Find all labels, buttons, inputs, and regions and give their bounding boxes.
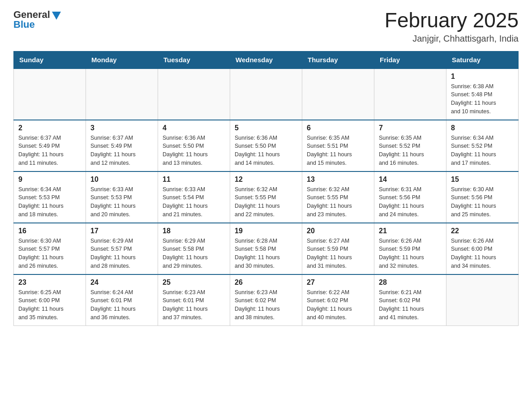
day-info: Sunrise: 6:38 AM Sunset: 5:48 PM Dayligh…	[451, 82, 514, 116]
calendar-cell	[86, 68, 158, 120]
calendar-cell	[230, 68, 302, 120]
day-number: 10	[90, 176, 153, 184]
calendar-cell	[446, 274, 519, 326]
day-info: Sunrise: 6:36 AM Sunset: 5:50 PM Dayligh…	[163, 134, 225, 167]
calendar-cell: 13Sunrise: 6:32 AM Sunset: 5:55 PM Dayli…	[302, 171, 374, 223]
calendar-cell: 12Sunrise: 6:32 AM Sunset: 5:55 PM Dayli…	[230, 171, 302, 223]
day-number: 26	[235, 278, 297, 287]
day-info: Sunrise: 6:32 AM Sunset: 5:55 PM Dayligh…	[307, 185, 369, 219]
day-number: 4	[163, 124, 225, 132]
calendar-week-row: 9Sunrise: 6:34 AM Sunset: 5:53 PM Daylig…	[14, 171, 519, 223]
day-number: 9	[18, 176, 81, 184]
logo: General Blue	[13, 9, 61, 30]
calendar-cell: 15Sunrise: 6:30 AM Sunset: 5:56 PM Dayli…	[446, 171, 519, 223]
day-number: 15	[451, 176, 514, 184]
day-number: 28	[379, 278, 442, 287]
calendar-cell: 1Sunrise: 6:38 AM Sunset: 5:48 PM Daylig…	[446, 68, 519, 120]
day-info: Sunrise: 6:29 AM Sunset: 5:57 PM Dayligh…	[90, 237, 153, 270]
calendar-table: SundayMondayTuesdayWednesdayThursdayFrid…	[13, 51, 519, 326]
calendar-subtitle: Janjgir, Chhattisgarh, India	[385, 34, 519, 44]
day-number: 20	[307, 227, 369, 235]
day-number: 25	[163, 278, 225, 287]
day-info: Sunrise: 6:36 AM Sunset: 5:50 PM Dayligh…	[235, 134, 297, 167]
calendar-cell: 6Sunrise: 6:35 AM Sunset: 5:51 PM Daylig…	[302, 120, 374, 171]
calendar-cell: 21Sunrise: 6:26 AM Sunset: 5:59 PM Dayli…	[374, 223, 446, 274]
calendar-cell	[302, 68, 374, 120]
day-info: Sunrise: 6:21 AM Sunset: 6:02 PM Dayligh…	[379, 288, 442, 322]
calendar-cell: 18Sunrise: 6:29 AM Sunset: 5:58 PM Dayli…	[158, 223, 230, 274]
calendar-week-row: 1Sunrise: 6:38 AM Sunset: 5:48 PM Daylig…	[14, 68, 519, 120]
day-number: 2	[18, 124, 81, 132]
day-info: Sunrise: 6:30 AM Sunset: 5:57 PM Dayligh…	[18, 237, 81, 270]
day-info: Sunrise: 6:26 AM Sunset: 6:00 PM Dayligh…	[451, 237, 514, 270]
calendar-cell: 5Sunrise: 6:36 AM Sunset: 5:50 PM Daylig…	[230, 120, 302, 171]
day-info: Sunrise: 6:27 AM Sunset: 5:59 PM Dayligh…	[307, 237, 369, 270]
calendar-week-row: 23Sunrise: 6:25 AM Sunset: 6:00 PM Dayli…	[14, 274, 519, 326]
calendar-week-row: 16Sunrise: 6:30 AM Sunset: 5:57 PM Dayli…	[14, 223, 519, 274]
calendar-cell: 2Sunrise: 6:37 AM Sunset: 5:49 PM Daylig…	[14, 120, 86, 171]
day-info: Sunrise: 6:33 AM Sunset: 5:53 PM Dayligh…	[90, 185, 153, 219]
day-number: 27	[307, 278, 369, 287]
calendar-cell: 16Sunrise: 6:30 AM Sunset: 5:57 PM Dayli…	[14, 223, 86, 274]
day-number: 23	[18, 278, 81, 287]
calendar-cell: 22Sunrise: 6:26 AM Sunset: 6:00 PM Dayli…	[446, 223, 519, 274]
weekday-header-friday: Friday	[374, 51, 446, 68]
day-info: Sunrise: 6:35 AM Sunset: 5:51 PM Dayligh…	[307, 134, 369, 167]
day-info: Sunrise: 6:37 AM Sunset: 5:49 PM Dayligh…	[18, 134, 81, 167]
calendar-cell: 19Sunrise: 6:28 AM Sunset: 5:58 PM Dayli…	[230, 223, 302, 274]
day-number: 8	[451, 124, 514, 132]
calendar-title: February 2025	[385, 9, 519, 32]
weekday-header-row: SundayMondayTuesdayWednesdayThursdayFrid…	[14, 51, 519, 68]
day-number: 16	[18, 227, 81, 235]
calendar-cell	[374, 68, 446, 120]
day-number: 1	[451, 73, 514, 81]
calendar-cell: 14Sunrise: 6:31 AM Sunset: 5:56 PM Dayli…	[374, 171, 446, 223]
day-number: 14	[379, 176, 442, 184]
day-number: 24	[90, 278, 153, 287]
day-number: 11	[163, 176, 225, 184]
calendar-cell	[158, 68, 230, 120]
day-number: 7	[379, 124, 442, 132]
day-number: 22	[451, 227, 514, 235]
day-number: 17	[90, 227, 153, 235]
calendar-cell: 3Sunrise: 6:37 AM Sunset: 5:49 PM Daylig…	[86, 120, 158, 171]
calendar-body: 1Sunrise: 6:38 AM Sunset: 5:48 PM Daylig…	[14, 68, 519, 326]
day-number: 12	[235, 176, 297, 184]
calendar-cell: 9Sunrise: 6:34 AM Sunset: 5:53 PM Daylig…	[14, 171, 86, 223]
day-info: Sunrise: 6:33 AM Sunset: 5:54 PM Dayligh…	[163, 185, 225, 219]
day-info: Sunrise: 6:31 AM Sunset: 5:56 PM Dayligh…	[379, 185, 442, 219]
day-info: Sunrise: 6:34 AM Sunset: 5:52 PM Dayligh…	[451, 134, 514, 167]
calendar-cell: 28Sunrise: 6:21 AM Sunset: 6:02 PM Dayli…	[374, 274, 446, 326]
calendar-cell: 8Sunrise: 6:34 AM Sunset: 5:52 PM Daylig…	[446, 120, 519, 171]
day-number: 6	[307, 124, 369, 132]
calendar-header: SundayMondayTuesdayWednesdayThursdayFrid…	[14, 51, 519, 68]
calendar-cell: 10Sunrise: 6:33 AM Sunset: 5:53 PM Dayli…	[86, 171, 158, 223]
calendar-title-block: February 2025 Janjgir, Chhattisgarh, Ind…	[385, 9, 519, 44]
logo-triangle-icon	[52, 12, 61, 20]
weekday-header-tuesday: Tuesday	[158, 51, 230, 68]
calendar-cell: 26Sunrise: 6:23 AM Sunset: 6:02 PM Dayli…	[230, 274, 302, 326]
calendar-cell: 20Sunrise: 6:27 AM Sunset: 5:59 PM Dayli…	[302, 223, 374, 274]
day-number: 19	[235, 227, 297, 235]
weekday-header-sunday: Sunday	[14, 51, 86, 68]
day-info: Sunrise: 6:37 AM Sunset: 5:49 PM Dayligh…	[90, 134, 153, 167]
day-info: Sunrise: 6:30 AM Sunset: 5:56 PM Dayligh…	[451, 185, 514, 219]
day-number: 5	[235, 124, 297, 132]
calendar-cell: 7Sunrise: 6:35 AM Sunset: 5:52 PM Daylig…	[374, 120, 446, 171]
day-number: 3	[90, 124, 153, 132]
day-number: 13	[307, 176, 369, 184]
day-info: Sunrise: 6:26 AM Sunset: 5:59 PM Dayligh…	[379, 237, 442, 270]
calendar-cell: 23Sunrise: 6:25 AM Sunset: 6:00 PM Dayli…	[14, 274, 86, 326]
calendar-cell: 27Sunrise: 6:22 AM Sunset: 6:02 PM Dayli…	[302, 274, 374, 326]
day-info: Sunrise: 6:29 AM Sunset: 5:58 PM Dayligh…	[163, 237, 225, 270]
day-number: 21	[379, 227, 442, 235]
weekday-header-wednesday: Wednesday	[230, 51, 302, 68]
calendar-cell	[14, 68, 86, 120]
day-info: Sunrise: 6:25 AM Sunset: 6:00 PM Dayligh…	[18, 288, 81, 322]
day-info: Sunrise: 6:23 AM Sunset: 6:02 PM Dayligh…	[235, 288, 297, 322]
calendar-cell: 11Sunrise: 6:33 AM Sunset: 5:54 PM Dayli…	[158, 171, 230, 223]
weekday-header-thursday: Thursday	[302, 51, 374, 68]
day-info: Sunrise: 6:23 AM Sunset: 6:01 PM Dayligh…	[163, 288, 225, 322]
logo-blue-text: Blue	[13, 19, 35, 30]
day-info: Sunrise: 6:22 AM Sunset: 6:02 PM Dayligh…	[307, 288, 369, 322]
